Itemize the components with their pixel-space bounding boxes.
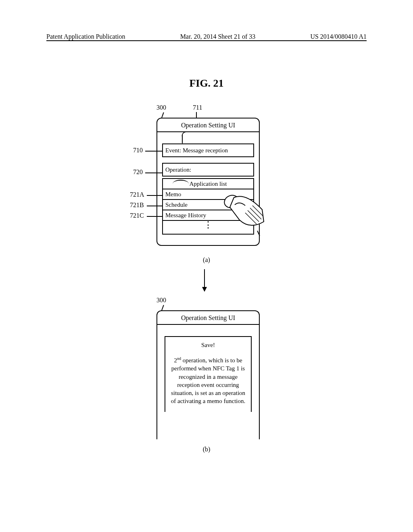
header-left: Patent Application Publication <box>46 33 125 40</box>
finger-pointer-icon <box>222 193 266 234</box>
ref-720: 720 <box>133 168 143 176</box>
panel-sublabel-b: (b) <box>0 446 413 453</box>
save-heading: Save! <box>169 342 248 349</box>
save-dialog: Save! 2nd operation, which is to be perf… <box>165 336 252 412</box>
panel-title-b: Operation Setting UI <box>157 311 259 325</box>
event-field[interactable]: Event: Message reception <box>162 143 254 157</box>
header-right: US 2014/0080410 A1 <box>310 33 367 40</box>
ref-721C: 721C <box>130 212 144 219</box>
ref-721A: 721A <box>130 191 144 198</box>
figure-title: FIG. 21 <box>0 77 413 89</box>
ref-711: 711 <box>193 104 202 111</box>
panel-sublabel-a: (a) <box>0 256 413 264</box>
ref-721B: 721B <box>130 202 144 209</box>
panel-title-a: Operation Setting UI <box>157 118 259 132</box>
header-rule <box>46 40 367 41</box>
ref-300-b: 300 <box>156 297 166 304</box>
body-prefix: 2 <box>174 357 177 364</box>
page-header: Patent Application Publication Mar. 20, … <box>0 33 413 40</box>
body-rest: operation, which is to be performed when… <box>171 357 246 404</box>
leader-line <box>196 112 197 118</box>
body-ordinal: nd <box>177 356 181 361</box>
device-frame-b: Operation Setting UI Save! 2nd operation… <box>156 310 260 439</box>
leader-line <box>161 305 164 311</box>
ref-300-a: 300 <box>156 104 166 111</box>
flow-arrow-icon <box>204 269 205 291</box>
leader-line <box>161 112 164 118</box>
operation-field[interactable]: Operation: <box>162 163 254 177</box>
header-mid: Mar. 20, 2014 Sheet 21 of 33 <box>180 33 256 40</box>
ref-710: 710 <box>133 147 143 154</box>
save-body: 2nd operation, which is to be performed … <box>169 356 248 405</box>
app-list-header: Application list <box>163 179 253 189</box>
